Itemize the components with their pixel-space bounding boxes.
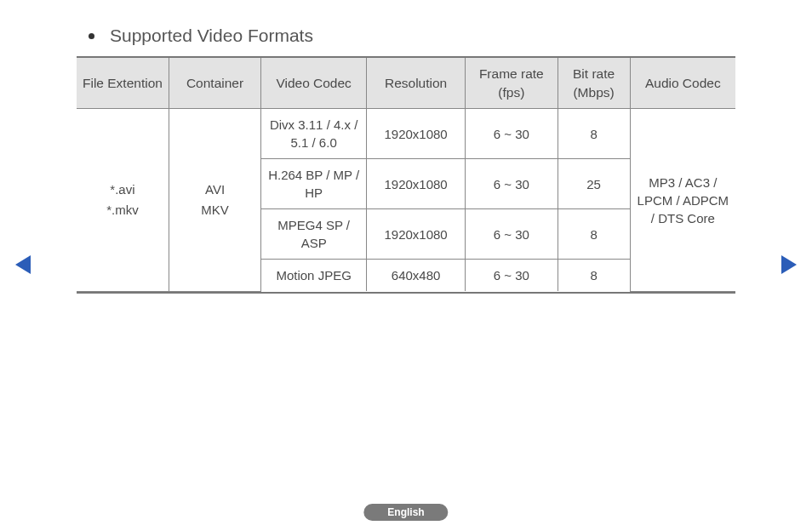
cell-extensions: *.avi*.mkv <box>77 109 169 292</box>
cell-fps: 6 ~ 30 <box>466 159 558 209</box>
cell-vcodec: Divx 3.11 / 4.x / 5.1 / 6.0 <box>261 109 367 159</box>
language-badge: English <box>363 504 448 521</box>
section-title: Supported Video Formats <box>110 26 313 46</box>
cell-containers: AVIMKV <box>169 109 260 292</box>
cell-vcodec: Motion JPEG <box>261 260 367 292</box>
header-vcodec: Video Codec <box>261 58 367 109</box>
next-page-arrow-icon[interactable] <box>781 255 797 274</box>
cell-acodec: MP3 / AC3 / LPCM / ADPCM / DTS Core <box>630 109 735 292</box>
cell-bitrate: 8 <box>558 109 630 159</box>
footer: English <box>363 504 448 519</box>
formats-table: File Extention Container Video Codec Res… <box>77 58 735 292</box>
cell-resolution: 1920x1080 <box>367 159 466 209</box>
cell-vcodec: H.264 BP / MP / HP <box>261 159 367 209</box>
cell-bitrate: 8 <box>558 209 630 260</box>
header-bitrate: Bit rate (Mbps) <box>558 58 630 109</box>
formats-table-wrap: File Extention Container Video Codec Res… <box>77 56 735 294</box>
cell-resolution: 1920x1080 <box>367 109 466 159</box>
cell-resolution: 1920x1080 <box>367 209 466 260</box>
cell-fps: 6 ~ 30 <box>466 209 558 260</box>
cell-fps: 6 ~ 30 <box>466 260 558 292</box>
cell-bitrate: 25 <box>558 159 630 209</box>
table-row: *.avi*.mkv AVIMKV Divx 3.11 / 4.x / 5.1 … <box>77 109 735 159</box>
cell-resolution: 640x480 <box>367 260 466 292</box>
bullet-icon <box>89 33 94 39</box>
header-acodec: Audio Codec <box>630 58 735 109</box>
prev-page-arrow-icon[interactable] <box>15 255 31 274</box>
section-title-row: Supported Video Formats <box>77 26 735 46</box>
table-header-row: File Extention Container Video Codec Res… <box>77 58 735 109</box>
header-fps: Frame rate (fps) <box>466 58 558 109</box>
cell-fps: 6 ~ 30 <box>466 109 558 159</box>
header-ext: File Extention <box>77 58 169 109</box>
cell-vcodec: MPEG4 SP / ASP <box>261 209 367 260</box>
header-resolution: Resolution <box>367 58 466 109</box>
header-container: Container <box>169 58 260 109</box>
cell-bitrate: 8 <box>558 260 630 292</box>
